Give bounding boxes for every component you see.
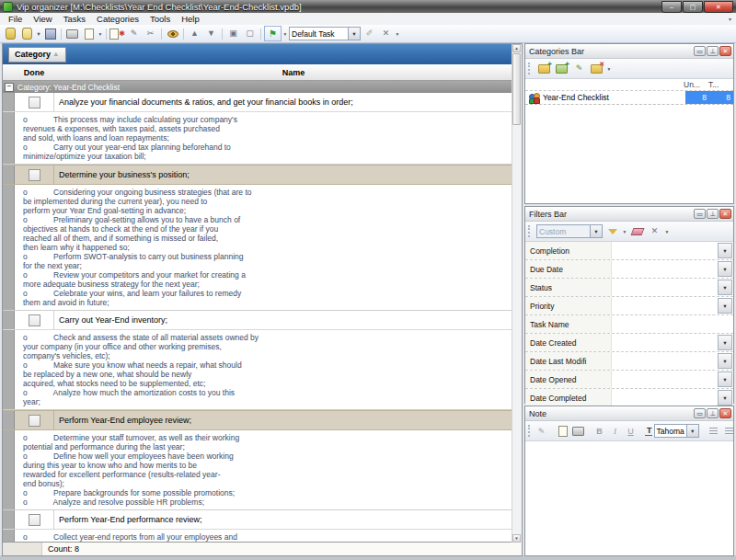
collapse-icon[interactable]: − — [5, 83, 14, 92]
new-category-button[interactable]: + — [536, 62, 552, 75]
task-row[interactable]: Perform Year-End employee review; — [3, 410, 522, 430]
filter-dropdown-icon[interactable]: ▼ — [718, 353, 732, 369]
filters-overflow-icon[interactable]: ▾ — [664, 229, 670, 234]
task-row[interactable]: Analyze your financial documents & ratio… — [3, 93, 522, 112]
note-row[interactable]: o Check and assess the state of all mate… — [3, 330, 522, 410]
filter-value[interactable] — [612, 242, 717, 259]
scroll-thumb[interactable] — [512, 53, 521, 125]
pin-icon[interactable]: ⊥ — [707, 408, 719, 418]
filter-dropdown-icon[interactable]: ▼ — [718, 371, 732, 387]
task-row[interactable]: Perform Year-End performance review; — [3, 510, 522, 530]
edit-note-button[interactable]: ✎ — [535, 424, 548, 438]
menu-item-help[interactable]: Help — [176, 14, 205, 24]
scroll-down-icon[interactable]: ▼ — [512, 534, 521, 543]
note-row[interactable]: o This process may include calculating y… — [3, 112, 522, 165]
filter-preset-combo[interactable]: Custom ▼ — [536, 224, 603, 238]
close-button[interactable]: ✕ — [704, 1, 733, 13]
notify-button[interactable]: ⚑ — [264, 26, 282, 41]
close-panel-icon[interactable]: ✕ — [719, 408, 731, 418]
toolbar-grip[interactable] — [528, 225, 532, 237]
task-row[interactable]: Carry out Year-End inventory; — [3, 311, 522, 330]
filter-value[interactable] — [612, 279, 717, 296]
filter-value[interactable] — [612, 297, 717, 314]
task-checkbox[interactable] — [29, 314, 40, 326]
maximize-panel-icon[interactable]: ▭ — [694, 209, 706, 219]
clear-type-button[interactable]: ✕ — [378, 27, 394, 40]
menu-item-tools[interactable]: Tools — [144, 14, 176, 24]
delete-task-button[interactable]: ✂ — [143, 27, 158, 40]
notify-dropdown-icon[interactable]: ▾ — [282, 31, 288, 37]
note-row[interactable]: o Collect year-end reports from all your… — [3, 530, 522, 542]
scroll-up-icon[interactable]: ▲ — [512, 44, 521, 52]
align-left-button[interactable] — [707, 424, 720, 438]
main-scrollbar[interactable]: ▲ ▼ — [512, 44, 522, 543]
maximize-button[interactable]: ▢ — [683, 1, 703, 13]
new-database-button[interactable] — [3, 27, 18, 40]
print-dropdown-icon[interactable]: ▾ — [98, 31, 103, 37]
toolbar-grip[interactable] — [528, 425, 530, 437]
categories-overflow-icon[interactable]: ▾ — [606, 66, 612, 72]
pin-icon[interactable]: ⊥ — [707, 46, 719, 56]
maximize-panel-icon[interactable]: ▭ — [694, 46, 706, 56]
filter-value[interactable] — [612, 315, 733, 333]
menu-item-view[interactable]: View — [28, 14, 57, 24]
task-type-combo[interactable]: Default Task ▼ — [289, 27, 361, 40]
edit-category-button[interactable]: ✎ — [571, 62, 587, 75]
column-total[interactable]: T... — [708, 80, 733, 89]
menu-item-file[interactable]: File — [3, 14, 28, 24]
menu-overflow-icon[interactable]: ▾ — [729, 16, 733, 22]
save-button[interactable] — [42, 27, 58, 40]
new-subcategory-button[interactable]: + — [554, 62, 569, 75]
align-right-button[interactable] — [722, 424, 736, 438]
note-row[interactable]: o Considering your ongoing business stra… — [3, 185, 522, 311]
maximize-panel-icon[interactable]: ▭ — [694, 408, 706, 418]
open-database-button[interactable] — [19, 27, 35, 40]
group-row[interactable]: −Category: Year-End Checklist — [3, 81, 522, 93]
filter-value[interactable] — [612, 371, 717, 388]
menu-item-tasks[interactable]: Tasks — [58, 14, 91, 24]
task-type-dropdown-icon[interactable]: ▼ — [348, 28, 360, 40]
pin-icon[interactable]: ⊥ — [707, 209, 719, 219]
underline-button[interactable]: U — [624, 424, 638, 438]
delete-filter-button[interactable]: ✕ — [647, 224, 662, 238]
delete-category-button[interactable]: ✕ — [589, 62, 604, 75]
move-up-button[interactable]: ▲ — [187, 27, 202, 40]
open-dropdown-icon[interactable]: ▼ — [36, 31, 41, 37]
column-header-name[interactable]: Name — [65, 68, 522, 77]
task-checkbox[interactable] — [29, 415, 40, 427]
font-dropdown-icon[interactable]: ▼ — [686, 425, 698, 437]
menu-item-categories[interactable]: Categories — [91, 14, 144, 24]
category-row[interactable]: Year-End Checklist 8 8 — [525, 91, 733, 105]
font-combo[interactable]: Tahoma ▼ — [654, 424, 699, 438]
move-down-button[interactable]: ▼ — [203, 27, 219, 40]
complete-task-button[interactable]: ▣ — [225, 27, 241, 40]
print-preview-button[interactable] — [81, 27, 97, 40]
filter-dropdown-icon[interactable]: ▼ — [718, 335, 732, 350]
filter-dropdown-icon[interactable]: ▼ — [718, 261, 732, 277]
filter-dropdown-icon[interactable]: ▼ — [718, 390, 732, 406]
toolbar-overflow-icon[interactable]: ▾ — [395, 31, 400, 37]
filter-value[interactable] — [612, 389, 717, 406]
italic-button[interactable]: I — [608, 424, 622, 438]
task-checkbox[interactable] — [29, 97, 40, 109]
filter-value[interactable] — [612, 334, 717, 351]
filter-value[interactable] — [612, 260, 717, 278]
note-editor[interactable] — [525, 441, 733, 555]
edit-task-button[interactable]: ✎ — [126, 27, 142, 40]
task-checkbox[interactable] — [29, 169, 40, 181]
apply-filter-button[interactable] — [604, 224, 620, 238]
group-by-category-button[interactable]: Category ▵ — [8, 47, 66, 63]
filter-dropdown-icon[interactable]: ▼ — [718, 243, 732, 258]
filter-dropdown-icon[interactable]: ▼ — [718, 298, 732, 314]
task-checkbox[interactable] — [29, 514, 40, 526]
uncomplete-task-button[interactable]: ▢ — [242, 27, 258, 40]
clear-filter-button[interactable] — [629, 224, 645, 238]
filter-value[interactable] — [612, 352, 717, 370]
toolbar-grip[interactable] — [528, 63, 532, 74]
filter-dropdown-icon[interactable]: ▼ — [718, 280, 732, 295]
new-task-button[interactable]: ✱ — [109, 27, 125, 40]
view-notes-button[interactable] — [165, 27, 180, 40]
column-uncompleted[interactable]: Un... — [684, 80, 708, 89]
insert-object-button[interactable] — [556, 424, 569, 438]
minimize-button[interactable]: ‒ — [661, 1, 682, 13]
